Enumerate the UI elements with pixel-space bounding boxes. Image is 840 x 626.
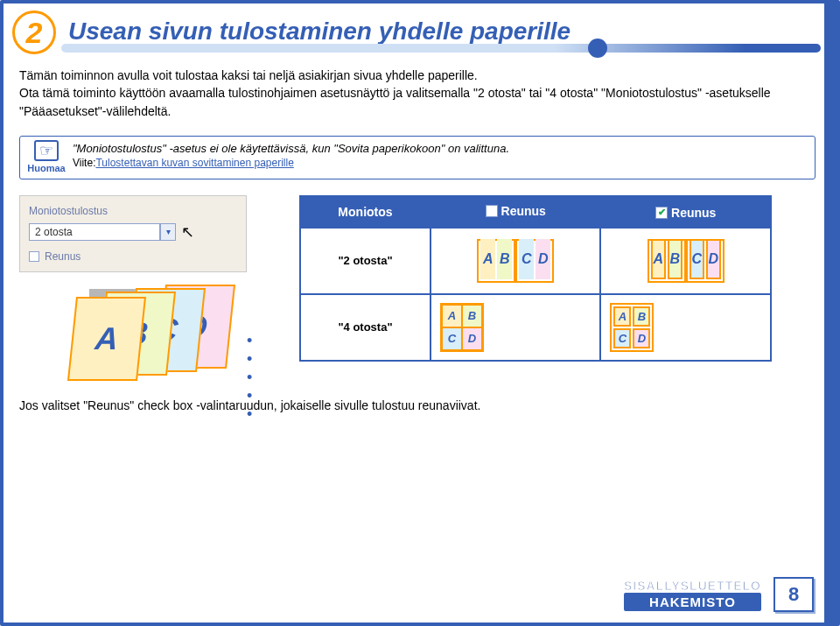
- col-header-reunus-on: ✔Reunus: [600, 196, 771, 228]
- page-stack-illustration: D C B A • • • • •: [72, 288, 238, 384]
- intro-paragraph-1: Tämän toiminnon avulla voit tulostaa kak…: [19, 67, 810, 84]
- cursor-icon: ↖: [181, 222, 194, 242]
- col-header-reunus-off: Reunus: [430, 196, 601, 228]
- cell-4up-border: AB CD: [600, 294, 771, 361]
- footnote-text: Jos valitset "Reunus" check box -valinta…: [19, 398, 810, 412]
- note-box: ☞ Huomaa "Moniotostulostus" -asetus ei o…: [19, 136, 816, 179]
- cell-2up-border: AB CD: [600, 228, 771, 294]
- col2-label: Reunus: [501, 204, 546, 218]
- note-ref-link[interactable]: Tulostettavan kuvan sovittaminen paperil…: [95, 157, 293, 169]
- intro-paragraph-2: Ota tämä toiminto käyttöön avaamalla tul…: [19, 84, 810, 120]
- reunus-checkbox[interactable]: [29, 251, 39, 262]
- cell-4up-noborder: AB CD: [430, 294, 601, 361]
- page-number: 8: [774, 577, 814, 612]
- index-link[interactable]: HAKEMISTO: [624, 593, 761, 611]
- cell-2up-noborder: AB CD: [430, 228, 601, 294]
- toc-link[interactable]: SISÄLLYSLUETTELO: [624, 579, 761, 593]
- page-a: A: [67, 297, 146, 381]
- note-text: "Moniotostulostus" -asetus ei ole käytet…: [73, 142, 806, 155]
- checkbox-checked-icon: ✔: [655, 207, 668, 219]
- note-ref-prefix: Viite:: [73, 157, 95, 169]
- driver-screenshot: Moniotostulostus 2 otosta ▾ ↖ Reunus: [19, 195, 247, 272]
- pointing-hand-icon: ☞: [34, 140, 59, 161]
- note-label: Huomaa: [25, 163, 67, 173]
- dropdown-button[interactable]: ▾: [160, 223, 176, 241]
- layout-table: Moniotos Reunus ✔Reunus "2 otosta" AB CD: [299, 195, 772, 362]
- chevron-down-icon: ▾: [166, 227, 171, 236]
- reunus-checkbox-label: Reunus: [45, 250, 80, 263]
- setting-label: Moniotostulostus: [29, 205, 237, 217]
- row-2up-label: "2 otosta": [300, 228, 430, 294]
- col3-label: Reunus: [671, 206, 716, 220]
- row-4up-label: "4 otosta": [300, 294, 430, 361]
- title-underline: [61, 44, 821, 53]
- section-number-badge: 2: [12, 11, 56, 54]
- dropdown-value[interactable]: 2 otosta: [29, 223, 160, 241]
- col-header-moniotos: Moniotos: [300, 196, 430, 228]
- ellipsis-icon: • • • • •: [247, 332, 257, 424]
- title-dot: [588, 39, 607, 58]
- checkbox-unchecked-icon: [486, 205, 498, 217]
